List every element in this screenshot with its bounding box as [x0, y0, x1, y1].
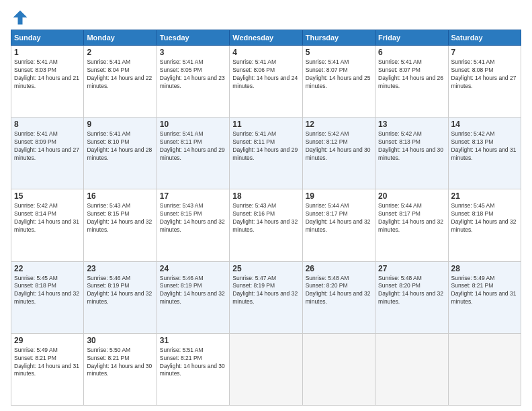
- day-number: 5: [306, 48, 372, 57]
- day-number: 31: [160, 336, 226, 345]
- calendar-cell: 10 Sunrise: 5:41 AMSunset: 8:11 PMDaylig…: [157, 118, 229, 189]
- calendar-cell: 3 Sunrise: 5:41 AMSunset: 8:05 PMDayligh…: [157, 46, 229, 118]
- calendar-cell: 13 Sunrise: 5:42 AMSunset: 8:13 PMDaylig…: [375, 118, 448, 189]
- calendar-cell: 29 Sunrise: 5:49 AMSunset: 8:21 PMDaylig…: [11, 333, 84, 405]
- day-info: Sunrise: 5:44 AMSunset: 8:17 PMDaylight:…: [378, 202, 445, 234]
- calendar-cell: [448, 333, 521, 405]
- calendar-cell: 17 Sunrise: 5:43 AMSunset: 8:15 PMDaylig…: [157, 189, 229, 261]
- day-info: Sunrise: 5:45 AMSunset: 8:18 PMDaylight:…: [451, 202, 518, 234]
- day-info: Sunrise: 5:47 AMSunset: 8:19 PMDaylight:…: [232, 275, 299, 307]
- day-info: Sunrise: 5:51 AMSunset: 8:21 PMDaylight:…: [160, 347, 226, 379]
- svg-marker-0: [13, 11, 28, 25]
- day-info: Sunrise: 5:46 AMSunset: 8:19 PMDaylight:…: [87, 275, 153, 307]
- day-number: 8: [14, 120, 81, 129]
- day-number: 29: [14, 336, 81, 345]
- day-number: 2: [87, 48, 153, 57]
- day-info: Sunrise: 5:43 AMSunset: 8:15 PMDaylight:…: [160, 202, 226, 234]
- calendar-cell: 25 Sunrise: 5:47 AMSunset: 8:19 PMDaylig…: [230, 261, 302, 333]
- logo: [11, 8, 32, 27]
- calendar-cell: 28 Sunrise: 5:49 AMSunset: 8:21 PMDaylig…: [448, 261, 521, 333]
- day-number: 24: [160, 264, 226, 273]
- calendar-week-1: 1 Sunrise: 5:41 AMSunset: 8:03 PMDayligh…: [11, 46, 521, 118]
- day-number: 1: [14, 48, 81, 57]
- calendar-cell: 9 Sunrise: 5:41 AMSunset: 8:10 PMDayligh…: [84, 118, 157, 189]
- calendar-week-4: 22 Sunrise: 5:45 AMSunset: 8:18 PMDaylig…: [11, 261, 521, 333]
- day-number: 7: [451, 48, 518, 57]
- day-number: 14: [451, 120, 518, 129]
- day-number: 4: [232, 48, 299, 57]
- day-info: Sunrise: 5:48 AMSunset: 8:20 PMDaylight:…: [306, 275, 372, 307]
- calendar-cell: 12 Sunrise: 5:42 AMSunset: 8:12 PMDaylig…: [302, 118, 375, 189]
- day-number: 23: [87, 264, 153, 273]
- weekday-saturday: Saturday: [448, 30, 521, 46]
- day-info: Sunrise: 5:41 AMSunset: 8:03 PMDaylight:…: [14, 58, 81, 91]
- calendar-cell: 5 Sunrise: 5:41 AMSunset: 8:07 PMDayligh…: [302, 46, 375, 118]
- day-info: Sunrise: 5:41 AMSunset: 8:06 PMDaylight:…: [232, 58, 299, 91]
- day-number: 26: [306, 264, 372, 273]
- weekday-sunday: Sunday: [11, 30, 84, 46]
- day-info: Sunrise: 5:41 AMSunset: 8:05 PMDaylight:…: [160, 58, 226, 91]
- day-info: Sunrise: 5:42 AMSunset: 8:13 PMDaylight:…: [378, 130, 445, 163]
- calendar-week-2: 8 Sunrise: 5:41 AMSunset: 8:09 PMDayligh…: [11, 118, 521, 189]
- calendar-cell: 26 Sunrise: 5:48 AMSunset: 8:20 PMDaylig…: [302, 261, 375, 333]
- calendar-cell: 15 Sunrise: 5:42 AMSunset: 8:14 PMDaylig…: [11, 189, 84, 261]
- day-number: 30: [87, 336, 153, 345]
- calendar-cell: 8 Sunrise: 5:41 AMSunset: 8:09 PMDayligh…: [11, 118, 84, 189]
- day-number: 9: [87, 120, 153, 129]
- page: SundayMondayTuesdayWednesdayThursdayFrid…: [0, 0, 532, 411]
- calendar-cell: 30 Sunrise: 5:50 AMSunset: 8:21 PMDaylig…: [84, 333, 157, 405]
- day-info: Sunrise: 5:41 AMSunset: 8:11 PMDaylight:…: [160, 130, 226, 163]
- day-number: 10: [160, 120, 226, 129]
- day-number: 27: [378, 264, 445, 273]
- day-info: Sunrise: 5:42 AMSunset: 8:14 PMDaylight:…: [14, 202, 81, 234]
- header: [11, 8, 521, 27]
- weekday-wednesday: Wednesday: [230, 30, 302, 46]
- day-number: 16: [87, 191, 153, 201]
- day-number: 22: [14, 264, 81, 273]
- day-info: Sunrise: 5:46 AMSunset: 8:19 PMDaylight:…: [160, 275, 226, 307]
- day-info: Sunrise: 5:41 AMSunset: 8:10 PMDaylight:…: [87, 130, 153, 163]
- day-number: 6: [378, 48, 445, 57]
- day-info: Sunrise: 5:41 AMSunset: 8:08 PMDaylight:…: [451, 58, 518, 91]
- day-info: Sunrise: 5:41 AMSunset: 8:11 PMDaylight:…: [232, 130, 299, 163]
- calendar-cell: 2 Sunrise: 5:41 AMSunset: 8:04 PMDayligh…: [84, 46, 157, 118]
- day-info: Sunrise: 5:49 AMSunset: 8:21 PMDaylight:…: [451, 275, 518, 307]
- calendar-cell: 27 Sunrise: 5:48 AMSunset: 8:20 PMDaylig…: [375, 261, 448, 333]
- weekday-tuesday: Tuesday: [157, 30, 229, 46]
- day-number: 17: [160, 191, 226, 201]
- day-number: 15: [14, 191, 81, 201]
- calendar-cell: 4 Sunrise: 5:41 AMSunset: 8:06 PMDayligh…: [230, 46, 302, 118]
- calendar-cell: 14 Sunrise: 5:42 AMSunset: 8:13 PMDaylig…: [448, 118, 521, 189]
- calendar-week-3: 15 Sunrise: 5:42 AMSunset: 8:14 PMDaylig…: [11, 189, 521, 261]
- day-number: 21: [451, 191, 518, 201]
- calendar-week-5: 29 Sunrise: 5:49 AMSunset: 8:21 PMDaylig…: [11, 333, 521, 405]
- day-number: 18: [232, 191, 299, 201]
- day-info: Sunrise: 5:41 AMSunset: 8:07 PMDaylight:…: [378, 58, 445, 91]
- day-info: Sunrise: 5:45 AMSunset: 8:18 PMDaylight:…: [14, 275, 81, 307]
- day-number: 12: [306, 120, 372, 129]
- calendar-cell: [302, 333, 375, 405]
- day-number: 3: [160, 48, 226, 57]
- day-number: 25: [232, 264, 299, 273]
- calendar-cell: [375, 333, 448, 405]
- calendar-cell: 24 Sunrise: 5:46 AMSunset: 8:19 PMDaylig…: [157, 261, 229, 333]
- calendar-cell: [230, 333, 302, 405]
- calendar-table: SundayMondayTuesdayWednesdayThursdayFrid…: [11, 30, 521, 406]
- day-info: Sunrise: 5:41 AMSunset: 8:09 PMDaylight:…: [14, 130, 81, 163]
- weekday-monday: Monday: [84, 30, 157, 46]
- day-number: 19: [306, 191, 372, 201]
- day-info: Sunrise: 5:41 AMSunset: 8:04 PMDaylight:…: [87, 58, 153, 91]
- calendar-cell: 18 Sunrise: 5:43 AMSunset: 8:16 PMDaylig…: [230, 189, 302, 261]
- calendar-cell: 11 Sunrise: 5:41 AMSunset: 8:11 PMDaylig…: [230, 118, 302, 189]
- weekday-thursday: Thursday: [302, 30, 375, 46]
- day-info: Sunrise: 5:42 AMSunset: 8:12 PMDaylight:…: [306, 130, 372, 163]
- day-info: Sunrise: 5:42 AMSunset: 8:13 PMDaylight:…: [451, 130, 518, 163]
- day-info: Sunrise: 5:44 AMSunset: 8:17 PMDaylight:…: [306, 202, 372, 234]
- day-info: Sunrise: 5:43 AMSunset: 8:15 PMDaylight:…: [87, 202, 153, 234]
- calendar-cell: 22 Sunrise: 5:45 AMSunset: 8:18 PMDaylig…: [11, 261, 84, 333]
- day-number: 13: [378, 120, 445, 129]
- calendar-cell: 16 Sunrise: 5:43 AMSunset: 8:15 PMDaylig…: [84, 189, 157, 261]
- calendar-cell: 1 Sunrise: 5:41 AMSunset: 8:03 PMDayligh…: [11, 46, 84, 118]
- logo-icon: [11, 8, 30, 27]
- day-info: Sunrise: 5:49 AMSunset: 8:21 PMDaylight:…: [14, 347, 81, 379]
